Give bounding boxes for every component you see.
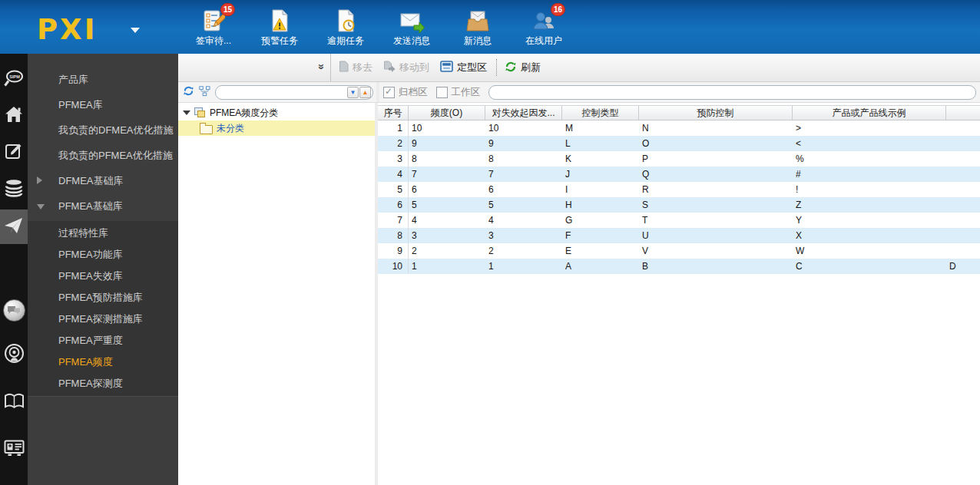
- sidebar-subitem[interactable]: PFMEA功能库: [28, 244, 178, 266]
- table-row[interactable]: 833FUX: [378, 228, 980, 243]
- sidebar-item[interactable]: 我负责的DFMEA优化措施: [28, 117, 178, 143]
- toolbar-item-label: 预警任务: [256, 35, 303, 48]
- finalize-zone-icon: [440, 61, 453, 74]
- tree-collapse-caret-icon[interactable]: [183, 111, 190, 115]
- edit-icon[interactable]: [0, 142, 28, 160]
- table-cell: E: [562, 243, 639, 259]
- tree-node-uncategorized[interactable]: 未分类: [178, 120, 375, 136]
- archive-zone-label: 归档区: [399, 86, 428, 99]
- collapse-arrow-icon[interactable]: [37, 204, 45, 210]
- expand-arrow-icon[interactable]: [37, 177, 42, 184]
- table-row[interactable]: 922EVW: [378, 243, 980, 259]
- sidebar-subitem[interactable]: PFMEA失效库: [28, 266, 178, 287]
- refresh-button[interactable]: 刷新: [505, 61, 541, 75]
- home-icon[interactable]: [0, 106, 28, 123]
- sidebar-item[interactable]: 产品库: [28, 67, 178, 92]
- sidebar-item-label: 我负责的PFMEA优化措施: [58, 150, 173, 161]
- chat-icon[interactable]: [0, 299, 28, 322]
- toolbar-item-overdue-tasks[interactable]: 逾期任务: [322, 5, 369, 48]
- sidebar-item[interactable]: DFMEA基础库: [28, 168, 178, 193]
- tree-search-wrap: ▼ ▲: [215, 85, 373, 100]
- column-header[interactable]: 对失效起因发...: [485, 106, 562, 120]
- online-users-badge: 16: [551, 3, 565, 16]
- column-header[interactable]: 序号: [378, 106, 409, 120]
- search-up-button[interactable]: ▲: [359, 87, 371, 98]
- sidebar-subitem-selected[interactable]: PFMEA频度: [28, 351, 178, 373]
- finalize-zone-button[interactable]: 定型区: [440, 61, 487, 74]
- toolbar-combo[interactable]: »: [181, 54, 331, 81]
- sidebar-subitem[interactable]: PFMEA严重度: [28, 330, 178, 351]
- table-cell: %: [793, 151, 946, 167]
- sidebar-subitem[interactable]: PFMEA预防措施库: [28, 287, 178, 308]
- table-cell: 4: [378, 167, 409, 182]
- table-cell: Y: [793, 213, 946, 228]
- table-row[interactable]: 655HSZ: [378, 197, 980, 213]
- send-plane-icon[interactable]: [0, 217, 28, 236]
- toolbar-item-online-users[interactable]: 16 在线用户: [520, 5, 568, 48]
- sidebar-item-label: PFMEA基础库: [58, 200, 123, 212]
- chat-circle: [3, 299, 25, 322]
- remove-button[interactable]: 移去: [339, 61, 372, 74]
- table-cell: [946, 228, 980, 243]
- book-icon[interactable]: [0, 393, 28, 410]
- work-zone-checkbox[interactable]: [436, 87, 448, 98]
- tree-node-label: 未分类: [217, 122, 244, 135]
- table-row[interactable]: 566IR!: [378, 182, 980, 197]
- new-message-icon: [454, 5, 502, 33]
- table-cell: X: [793, 228, 946, 243]
- toolbar-item-warning-tasks[interactable]: 预警任务: [256, 5, 303, 48]
- table-row[interactable]: 299LO<: [378, 136, 980, 151]
- table-row[interactable]: 11010MN>: [378, 120, 980, 136]
- table-cell: <: [793, 136, 946, 151]
- column-header[interactable]: 预防控制: [639, 106, 793, 120]
- column-header[interactable]: 产品或产品线示例: [793, 106, 946, 120]
- sipm-search-icon[interactable]: SIPM: [0, 69, 28, 89]
- table-row[interactable]: 477JQ#: [378, 167, 980, 182]
- table-row[interactable]: 1011ABCD: [378, 259, 980, 274]
- sidebar-subitem[interactable]: PFMEA探测度: [28, 373, 178, 394]
- sidebar-item-label: DFMEA基础库: [58, 175, 124, 186]
- sidebar-main-menu: 产品库PFMEA库我负责的DFMEA优化措施我负责的PFMEA优化措施DFMEA…: [28, 54, 178, 219]
- work-zone-label: 工作区: [452, 86, 481, 99]
- tree-node-root[interactable]: PFMEA频度分类: [178, 105, 375, 120]
- table-cell: 7: [378, 213, 409, 228]
- table-header-row: 序号频度(O)对失效起因发...控制类型预防控制产品或产品线示例: [378, 105, 980, 120]
- table-cell: I: [562, 182, 639, 197]
- column-header[interactable]: 频度(O): [409, 106, 485, 120]
- sidebar-item[interactable]: PFMEA库: [28, 92, 178, 117]
- table-cell: 5: [485, 197, 562, 213]
- sidebar-item[interactable]: 我负责的PFMEA优化措施: [28, 143, 178, 168]
- sidebar-item[interactable]: PFMEA基础库: [28, 193, 178, 219]
- toolbar-item-sign-review[interactable]: 15 签审待...: [190, 5, 237, 48]
- toolbar-item-label: 在线用户: [520, 35, 568, 48]
- table-cell: D: [946, 259, 980, 274]
- archive-zone-checkbox[interactable]: [383, 87, 395, 98]
- column-header[interactable]: 控制类型: [562, 106, 639, 120]
- double-chevron-down-icon[interactable]: »: [316, 64, 328, 70]
- table-filter-input[interactable]: [488, 85, 976, 100]
- column-header[interactable]: [946, 106, 980, 120]
- database-icon[interactable]: [0, 179, 28, 197]
- remove-button-label: 移去: [353, 61, 372, 74]
- contact-card-icon[interactable]: [0, 439, 28, 457]
- sidebar-subitem[interactable]: PFMEA探测措施库: [28, 308, 178, 330]
- tree-header: ▼ ▲: [178, 82, 379, 102]
- content-area: » 移去 移动到: [178, 54, 980, 485]
- toolbar-item-send-message[interactable]: 发送消息: [388, 5, 435, 48]
- tree-refresh-icon[interactable]: [183, 85, 194, 99]
- table-cell: 6: [485, 182, 562, 197]
- tree-structure-icon[interactable]: [199, 86, 210, 99]
- table-cell: U: [639, 228, 793, 243]
- overdue-task-icon: [322, 5, 369, 33]
- broadcast-icon[interactable]: [0, 343, 28, 364]
- sidebar-subitem[interactable]: 过程特性库: [28, 223, 178, 244]
- table-row[interactable]: 744GTY: [378, 213, 980, 228]
- search-down-button[interactable]: ▼: [347, 87, 359, 98]
- logo-dropdown-caret-icon[interactable]: [131, 28, 140, 33]
- table-cell: Z: [793, 197, 946, 213]
- table-cell: 3: [485, 228, 562, 243]
- toolbar-item-new-message[interactable]: 新消息: [454, 5, 502, 48]
- table-row[interactable]: 388KP%: [378, 151, 980, 167]
- move-to-button[interactable]: 移动到: [383, 61, 429, 74]
- send-message-icon: [388, 5, 435, 33]
